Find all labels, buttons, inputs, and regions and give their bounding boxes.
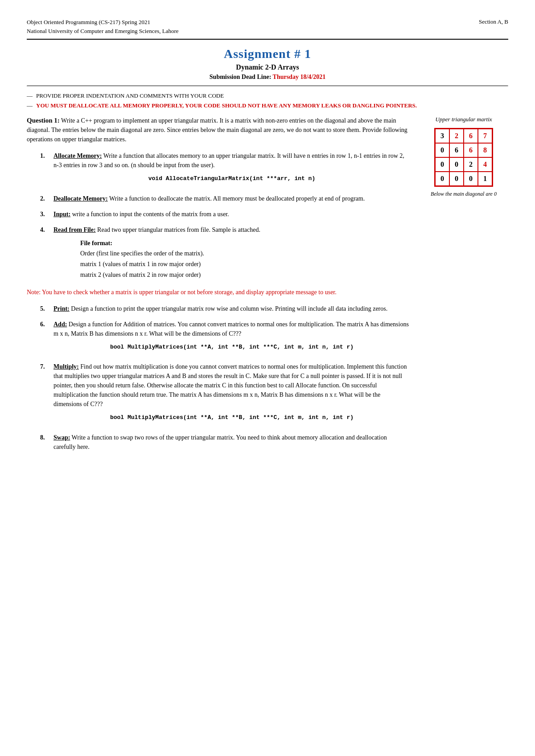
matrix-row-2: 0 6 6 8: [435, 143, 492, 157]
section-divider: [27, 86, 508, 86]
item-1-label: Allocate Memory:: [54, 152, 102, 159]
item-3-label: Input:: [54, 211, 70, 218]
item-1-code: void AllocateTriangularMatrix(int ***arr…: [54, 174, 410, 183]
matrix-row-4: 0 0 0 1: [435, 172, 492, 186]
sub-items-5-8: 5. Print: Design a function to print the…: [40, 304, 410, 452]
item-4: 4. Read from File: Read two upper triang…: [40, 225, 410, 280]
page: Object Oriented Programming (CS-217) Spr…: [0, 0, 535, 756]
deadline-line: Submission Dead Line: Thursday 18/4/2021: [27, 73, 508, 82]
main-content: Question 1: Write a C++ program to imple…: [27, 115, 410, 458]
sub-items-1-4: 1. Allocate Memory: Write a function tha…: [40, 151, 410, 280]
rule-2-text: YOU MUST DEALLOCATE ALL MEMORY PROPERLY,…: [36, 102, 417, 110]
item-3-num: 3.: [40, 210, 51, 219]
matrix-below-label: Below the main diagonal are 0: [419, 190, 508, 198]
item-2-label: Deallocate Memory:: [54, 195, 108, 202]
matrix-cell-1-3: 6: [464, 129, 478, 143]
matrix-row-1: 3 2 6 7: [435, 129, 492, 143]
matrix-cell-1-1: 3: [435, 129, 449, 143]
matrix-container: 3 2 6 7 0 6 6 8 0 0: [419, 128, 508, 187]
item-4-num: 4.: [40, 225, 51, 280]
matrix-cell-1-4: 7: [478, 129, 492, 143]
header-left: Object Oriented Programming (CS-217) Spr…: [27, 18, 179, 35]
content-area: Question 1: Write a C++ program to imple…: [27, 115, 508, 458]
item-8-text: Write a function to swap two rows of the…: [54, 434, 387, 450]
assignment-title: Assignment # 1: [27, 45, 508, 62]
sidebar: Upper triangular martix 3 2 6 7 0 6 6: [419, 115, 508, 458]
matrix-cell-3-3: 2: [464, 157, 478, 172]
item-2-content: Deallocate Memory: Write a function to d…: [54, 194, 410, 203]
matrix-cell-3-2: 0: [449, 157, 464, 172]
matrix-cell-3-1: 0: [435, 157, 449, 172]
matrix-row-3: 0 0 2 4: [435, 157, 492, 172]
deadline-date: Thursday 18/4/2021: [273, 74, 326, 80]
item-6-label: Add:: [54, 321, 67, 328]
item-8: 8. Swap: Write a function to swap two ro…: [40, 433, 410, 452]
matrix-cell-2-1: 0: [435, 143, 449, 157]
file-format: File format: Order (first line specifies…: [80, 238, 410, 280]
item-6-content: Add: Design a function for Addition of m…: [54, 320, 410, 356]
section-label: Section A, B: [479, 18, 508, 35]
header: Object Oriented Programming (CS-217) Spr…: [27, 18, 508, 35]
item-1-text: Write a function that allocates memory t…: [54, 152, 404, 168]
item-4-text: Read two upper triangular matrices from …: [97, 226, 260, 233]
file-format-line1: Order (first line specifies the order of…: [80, 248, 410, 259]
matrix-cell-4-4: 1: [478, 172, 492, 186]
rules-section: — PROVIDE PROPER INDENTATION AND COMMENT…: [27, 92, 508, 110]
matrix-cell-4-1: 0: [435, 172, 449, 186]
matrix-cell-4-2: 0: [449, 172, 464, 186]
item-2: 2. Deallocate Memory: Write a function t…: [40, 194, 410, 203]
note-red: Note: You have to check whether a matrix…: [27, 288, 410, 297]
matrix-cell-2-4: 8: [478, 143, 492, 157]
matrix-cell-3-4: 4: [478, 157, 492, 172]
item-1-num: 1.: [40, 151, 51, 188]
rule-2: — YOU MUST DEALLOCATE ALL MEMORY PROPERL…: [27, 102, 508, 110]
matrix-label: Upper triangular martix: [419, 115, 508, 123]
item-2-text: Write a function to deallocate the matri…: [109, 195, 365, 202]
question-1-label: Question 1:: [27, 117, 60, 124]
item-7-label: Multiply:: [54, 363, 79, 370]
rule-1: — PROVIDE PROPER INDENTATION AND COMMENT…: [27, 92, 508, 100]
item-3-content: Input: write a function to input the con…: [54, 210, 410, 219]
item-5-label: Print:: [54, 305, 70, 312]
item-8-content: Swap: Write a function to swap two rows …: [54, 433, 410, 452]
institution-line1: Object Oriented Programming (CS-217) Spr…: [27, 18, 179, 27]
item-7-code: bool MultiplyMatrices(int **A, int **B, …: [54, 413, 410, 422]
file-format-line3: matrix 2 (values of matrix 2 in row majo…: [80, 270, 410, 280]
rule-1-text: PROVIDE PROPER INDENTATION AND COMMENTS …: [36, 92, 224, 100]
item-6: 6. Add: Design a function for Addition o…: [40, 320, 410, 356]
item-7-text: Find out how matrix multiplication is do…: [54, 363, 407, 407]
item-6-code: bool MultiplyMatrices(int **A, int **B, …: [54, 343, 410, 352]
item-5-num: 5.: [40, 304, 51, 313]
item-7: 7. Multiply: Find out how matrix multipl…: [40, 362, 410, 427]
item-7-num: 7.: [40, 362, 51, 427]
item-1: 1. Allocate Memory: Write a function tha…: [40, 151, 410, 188]
item-4-content: Read from File: Read two upper triangula…: [54, 225, 410, 280]
title-section: Assignment # 1 Dynamic 2-D Arrays Submis…: [27, 45, 508, 81]
item-4-label: Read from File:: [54, 226, 96, 233]
item-5-content: Print: Design a function to print the up…: [54, 304, 410, 313]
question-1-block: Question 1: Write a C++ program to imple…: [27, 115, 410, 144]
item-5-text: Design a function to print the upper tri…: [71, 305, 387, 312]
item-8-num: 8.: [40, 433, 51, 452]
file-format-line2: matrix 1 (values of matrix 1 in row majo…: [80, 259, 410, 270]
matrix-cell-2-2: 6: [449, 143, 464, 157]
item-6-text: Design a function for Addition of matric…: [54, 321, 409, 337]
matrix-cell-1-2: 2: [449, 129, 464, 143]
question-1-text: Write a C++ program to implement an uppe…: [27, 117, 407, 143]
item-3-text: write a function to input the contents o…: [72, 211, 229, 218]
institution-line2: National University of Computer and Emer…: [27, 27, 179, 36]
item-7-content: Multiply: Find out how matrix multiplica…: [54, 362, 410, 427]
item-6-num: 6.: [40, 320, 51, 356]
deadline-label: Submission Dead Line:: [210, 74, 271, 80]
item-2-num: 2.: [40, 194, 51, 203]
file-format-title: File format:: [80, 238, 410, 249]
dynamic-subtitle: Dynamic 2-D Arrays: [27, 62, 508, 72]
item-8-label: Swap:: [54, 434, 70, 441]
matrix-cell-2-3: 6: [464, 143, 478, 157]
header-divider: [27, 39, 508, 40]
matrix-cell-4-3: 0: [464, 172, 478, 186]
item-1-content: Allocate Memory: Write a function that a…: [54, 151, 410, 188]
item-3: 3. Input: write a function to input the …: [40, 210, 410, 219]
item-5: 5. Print: Design a function to print the…: [40, 304, 410, 313]
